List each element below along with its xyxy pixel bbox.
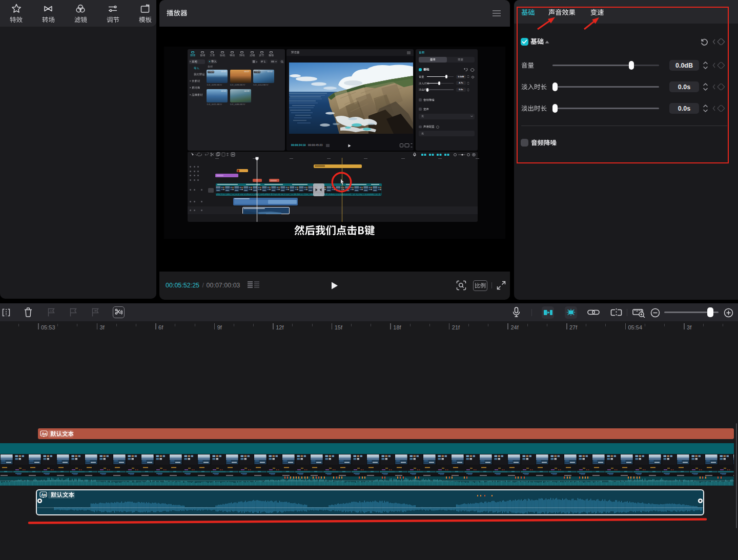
svg-text:Aa: Aa — [41, 492, 46, 496]
svg-text:Aa: Aa — [42, 431, 47, 435]
svg-text:AI: AI — [50, 309, 53, 313]
